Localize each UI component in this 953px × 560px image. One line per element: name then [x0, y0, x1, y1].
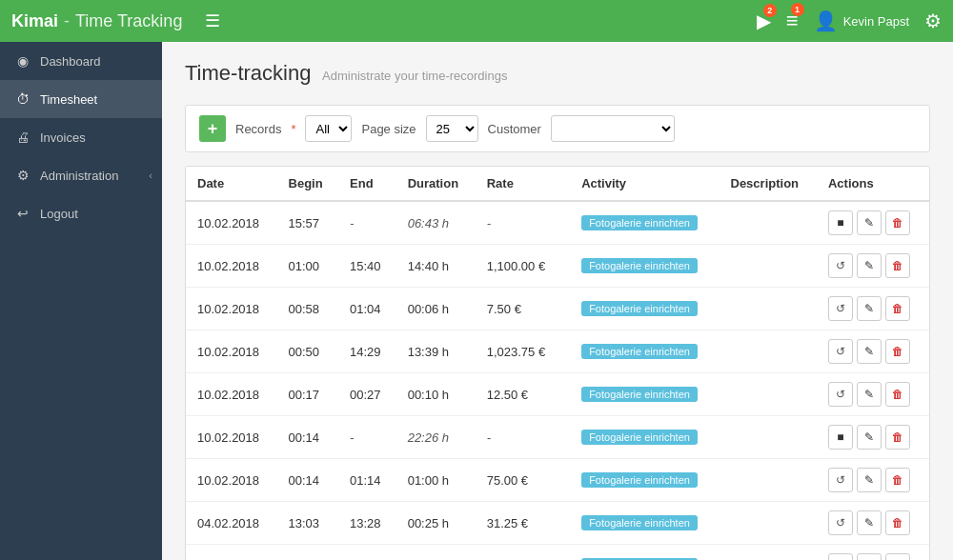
cell-actions: ↺ ✎ 🗑	[817, 245, 929, 288]
edit-button[interactable]: ✎	[857, 382, 882, 407]
col-activity: Activity	[570, 167, 719, 201]
activity-badge: Fotogalerie einrichten	[581, 258, 698, 273]
user-menu[interactable]: 👤 Kevin Papst	[814, 10, 909, 32]
user-name: Kevin Papst	[843, 14, 909, 29]
edit-button[interactable]: ✎	[857, 553, 882, 560]
restart-button[interactable]: ↺	[828, 468, 853, 492]
cell-duration: 14:40 h	[396, 245, 476, 288]
cell-end: 00:27	[338, 373, 396, 416]
cell-begin: 00:17	[277, 373, 338, 416]
actions-group: ↺ ✎ 🗑	[828, 510, 918, 535]
cell-activity: Fotogalerie einrichten	[570, 459, 719, 502]
table-row: 10.02.2018 00:14 01:14 01:00 h 75.00 € F…	[186, 459, 929, 502]
table-header-row: Date Begin End Duration Rate Activity De…	[186, 167, 929, 201]
cell-rate: 31.25 €	[476, 502, 570, 545]
actions-group: ■ ✎ 🗑	[828, 425, 918, 450]
cell-actions: ■ ✎ 🗑	[817, 416, 929, 459]
activity-badge: Fotogalerie einrichten	[581, 344, 698, 359]
delete-button[interactable]: 🗑	[885, 510, 910, 535]
invoices-icon: 🖨	[15, 130, 30, 145]
edit-button[interactable]: ✎	[857, 210, 882, 235]
list-badge: 1	[791, 3, 804, 16]
cell-date: 10.02.2018	[186, 330, 277, 373]
edit-button[interactable]: ✎	[857, 468, 882, 492]
sidebar-item-logout[interactable]: ↩ Logout	[0, 194, 162, 232]
sidebar-item-label: Dashboard	[40, 54, 101, 69]
delete-button[interactable]: 🗑	[885, 553, 910, 560]
page-subtitle: Administrate your time-recordings	[322, 69, 507, 83]
table-row: 04.02.2018 10:02 11:58 01:56 h 145.00 € …	[186, 545, 929, 561]
main-layout: ◉ Dashboard ⏱ Timesheet 🖨 Invoices ⚙ Adm…	[0, 42, 953, 560]
customer-select[interactable]	[551, 115, 675, 142]
cell-activity: Fotogalerie einrichten	[570, 545, 719, 561]
delete-button[interactable]: 🗑	[885, 468, 910, 492]
cell-begin: 13:03	[277, 502, 338, 545]
brand-subtitle: Time Tracking	[75, 11, 182, 31]
cell-activity: Fotogalerie einrichten	[570, 330, 719, 373]
edit-button[interactable]: ✎	[857, 253, 882, 278]
cell-actions: ↺ ✎ 🗑	[817, 545, 929, 561]
delete-button[interactable]: 🗑	[885, 253, 910, 278]
brand-kimai: Kimai	[11, 11, 58, 31]
col-date: Date	[186, 167, 277, 201]
activity-badge: Fotogalerie einrichten	[581, 387, 698, 402]
restart-button[interactable]: ↺	[828, 253, 853, 278]
records-label: Records	[235, 122, 281, 136]
stop-button[interactable]: ■	[828, 425, 853, 450]
restart-button[interactable]: ↺	[828, 382, 853, 407]
cell-duration: 01:56 h	[396, 545, 476, 561]
cell-rate: -	[476, 416, 570, 459]
customer-label: Customer	[488, 122, 541, 136]
cell-activity: Fotogalerie einrichten	[570, 245, 719, 288]
restart-button[interactable]: ↺	[828, 510, 853, 535]
cell-activity: Fotogalerie einrichten	[570, 201, 719, 245]
stop-button[interactable]: ■	[828, 210, 853, 235]
actions-group: ↺ ✎ 🗑	[828, 296, 918, 321]
table-row: 04.02.2018 13:03 13:28 00:25 h 31.25 € F…	[186, 502, 929, 545]
delete-button[interactable]: 🗑	[885, 425, 910, 450]
cell-date: 10.02.2018	[186, 459, 277, 502]
page-size-select[interactable]: 25	[426, 115, 478, 142]
edit-button[interactable]: ✎	[857, 339, 882, 364]
cell-date: 10.02.2018	[186, 373, 277, 416]
records-marker: *	[291, 122, 295, 136]
list-button[interactable]: ≡ 1	[786, 9, 799, 33]
restart-button[interactable]: ↺	[828, 296, 853, 321]
edit-button[interactable]: ✎	[857, 296, 882, 321]
cell-begin: 01:00	[277, 245, 338, 288]
restart-button[interactable]: ↺	[828, 339, 853, 364]
cell-duration: 00:25 h	[396, 502, 476, 545]
play-button[interactable]: ▶ 2	[757, 10, 771, 32]
cell-begin: 00:58	[277, 288, 338, 330]
share-button[interactable]: ⚙	[924, 10, 942, 32]
sidebar-item-timesheet[interactable]: ⏱ Timesheet	[0, 80, 162, 118]
actions-group: ↺ ✎ 🗑	[828, 382, 918, 407]
delete-button[interactable]: 🗑	[885, 210, 910, 235]
sidebar-item-dashboard[interactable]: ◉ Dashboard	[0, 42, 162, 80]
sidebar-item-administration[interactable]: ⚙ Administration ‹	[0, 156, 162, 194]
edit-button[interactable]: ✎	[857, 510, 882, 535]
restart-button[interactable]: ↺	[828, 553, 853, 560]
cell-date: 04.02.2018	[186, 502, 277, 545]
cell-date: 04.02.2018	[186, 545, 277, 561]
col-actions: Actions	[817, 167, 929, 201]
table-row: 10.02.2018 15:57 - 06:43 h - Fotogalerie…	[186, 201, 929, 245]
delete-button[interactable]: 🗑	[885, 382, 910, 407]
records-filter-select[interactable]: All	[305, 115, 352, 142]
table-row: 10.02.2018 00:17 00:27 00:10 h 12.50 € F…	[186, 373, 929, 416]
cell-rate: 12.50 €	[476, 373, 570, 416]
sidebar-item-label: Invoices	[40, 130, 86, 145]
activity-badge: Fotogalerie einrichten	[581, 472, 698, 488]
delete-button[interactable]: 🗑	[885, 296, 910, 321]
sidebar-item-invoices[interactable]: 🖨 Invoices	[0, 118, 162, 156]
hamburger-button[interactable]: ☰	[197, 7, 228, 35]
cell-rate: 145.00 €	[476, 545, 570, 561]
add-record-button[interactable]: +	[199, 115, 226, 142]
user-icon: 👤	[814, 10, 838, 32]
cell-duration: 22:26 h	[396, 416, 476, 459]
edit-button[interactable]: ✎	[857, 425, 882, 450]
activity-badge: Fotogalerie einrichten	[581, 215, 698, 230]
cell-begin: 00:14	[277, 416, 338, 459]
delete-button[interactable]: 🗑	[885, 339, 910, 364]
cell-begin: 00:50	[277, 330, 338, 373]
